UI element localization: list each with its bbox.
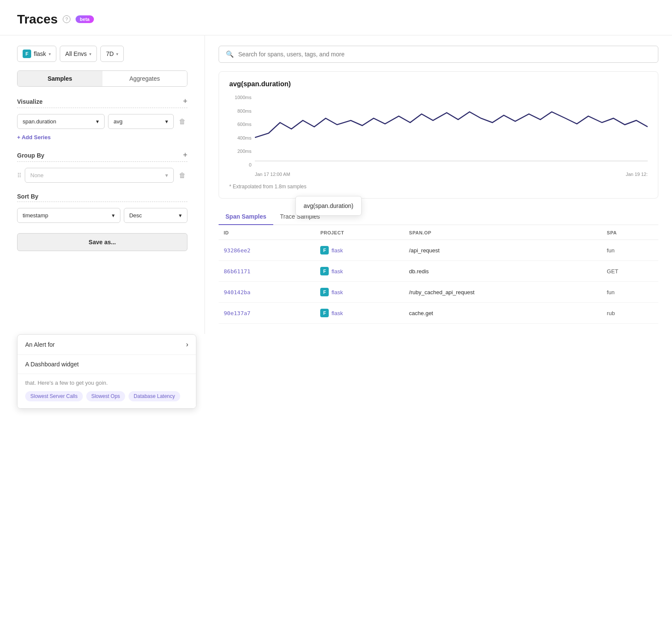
chart-svg — [255, 95, 648, 167]
table-row: 93286ee2 F flask /api_request fun — [219, 240, 658, 261]
col-project: PROJECT — [315, 225, 404, 240]
chart-note: * Extrapolated from 1.8m samples — [229, 184, 648, 190]
spans-table: ID PROJECT SPAN.OP SPA 93286ee2 F — [219, 225, 658, 324]
chart-title: avg(span.duration) — [229, 80, 648, 88]
chart-plot — [255, 95, 648, 167]
popup-dashboard-item[interactable]: A Dashboard widget — [18, 355, 196, 374]
table-row: 90e137a7 F flask cache.get rub — [219, 303, 658, 324]
x-label-start: Jan 17 12:00 AM — [255, 172, 290, 177]
beta-badge: beta — [76, 15, 94, 23]
row3-span-op: /ruby_cached_api_request — [404, 282, 602, 303]
page-header: Traces ? beta — [0, 0, 672, 35]
y-label-400: 400ms — [237, 135, 251, 140]
period-label: 7D — [106, 50, 114, 57]
delete-viz-button[interactable]: 🗑 — [177, 116, 187, 127]
sort-by-row: timestamp Desc — [17, 208, 187, 223]
row1-project: F flask — [315, 240, 404, 261]
filter-bar: F flask All Envs 7D — [17, 46, 187, 62]
drag-handle-icon[interactable]: ⠿ — [17, 172, 21, 179]
table-head: ID PROJECT SPAN.OP SPA — [219, 225, 658, 240]
row4-project-cell: F flask — [320, 309, 399, 317]
chip-database-latency[interactable]: Database Latency — [129, 391, 180, 401]
help-icon[interactable]: ? — [63, 15, 70, 23]
group-by-row: ⠿ None 🗑 — [17, 168, 187, 183]
left-panel: F flask All Envs 7D Samples Aggregates — [0, 35, 205, 334]
row3-id[interactable]: 940142ba — [219, 282, 315, 303]
search-icon: 🔍 — [226, 50, 234, 58]
row4-id[interactable]: 90e137a7 — [219, 303, 315, 324]
row2-span-op: db.redis — [404, 261, 602, 282]
visualize-add-button[interactable]: + — [183, 97, 187, 106]
function-dropdown[interactable]: avg — [108, 114, 174, 129]
tab-span-samples[interactable]: Span Samples — [219, 209, 273, 225]
y-label-1000: 1000ms — [235, 95, 251, 100]
row4-project: F flask — [315, 303, 404, 324]
sort-field-dropdown[interactable]: timestamp — [17, 208, 120, 223]
row1-project-cell: F flask — [320, 246, 399, 254]
sort-field-chevron-icon — [112, 212, 115, 219]
suggestions-text: that. Here's a few to get you goin. — [25, 379, 188, 387]
span-field-dropdown[interactable]: span.duration — [17, 114, 105, 129]
tab-aggregates[interactable]: Aggregates — [102, 71, 187, 86]
popup-alert-item[interactable]: An Alert for — [18, 335, 196, 354]
span-field-chevron-icon — [96, 118, 99, 125]
row2-flask-icon: F — [320, 267, 329, 275]
project-chevron-icon — [49, 52, 51, 56]
period-filter[interactable]: 7D — [100, 46, 124, 62]
sort-dir-chevron-icon — [179, 212, 182, 219]
y-label-800: 800ms — [237, 108, 251, 114]
env-chevron-icon — [89, 52, 91, 56]
tab-trace-samples[interactable]: Trace Samples — [273, 209, 327, 225]
main-content: F flask All Envs 7D Samples Aggregates — [0, 35, 672, 334]
col-id: ID — [219, 225, 315, 240]
table-body: 93286ee2 F flask /api_request fun — [219, 240, 658, 324]
row2-id[interactable]: 86b61171 — [219, 261, 315, 282]
project-filter[interactable]: F flask — [17, 46, 56, 62]
tab-samples[interactable]: Samples — [18, 71, 102, 86]
delete-group-button[interactable]: 🗑 — [177, 170, 187, 181]
env-filter[interactable]: All Envs — [60, 46, 97, 62]
function-chevron-icon — [165, 118, 168, 125]
row1-span-op: /api_request — [404, 240, 602, 261]
table-row: 940142ba F flask /ruby_cached_api_reques… — [219, 282, 658, 303]
row1-id[interactable]: 93286ee2 — [219, 240, 315, 261]
suggestions-section: that. Here's a few to get you goin. Slow… — [18, 374, 196, 408]
chip-slowest-ops[interactable]: Slowest Ops — [86, 391, 125, 401]
right-panel: 🔍 avg(span.duration) 1000ms 800ms 600ms … — [205, 35, 672, 334]
view-tabs: Samples Aggregates — [17, 70, 187, 87]
search-input[interactable] — [238, 51, 651, 58]
row3-spa: fun — [602, 282, 658, 303]
page-title: Traces — [17, 12, 58, 26]
sort-by-section-title: Sort By — [17, 193, 187, 202]
table-container: ID PROJECT SPAN.OP SPA 93286ee2 F — [219, 225, 658, 324]
group-by-chevron-icon — [165, 172, 168, 178]
row1-spa: fun — [602, 240, 658, 261]
save-as-button[interactable]: Save as... — [17, 233, 187, 251]
chart-x-labels: Jan 17 12:00 AM Jan 19 12: — [255, 168, 648, 180]
chart-area: 1000ms 800ms 600ms 400ms 200ms 0 — [229, 95, 648, 180]
row1-flask-icon: F — [320, 246, 329, 254]
sort-direction-dropdown[interactable]: Desc — [124, 208, 187, 223]
chip-slowest-server[interactable]: Slowest Server Calls — [25, 391, 83, 401]
save-as-popup: An Alert for A Dashboard widget that. He… — [17, 334, 196, 409]
row3-project: F flask — [315, 282, 404, 303]
group-by-section-title: Group By + — [17, 151, 187, 162]
group-by-dropdown[interactable]: None — [25, 168, 174, 183]
search-bar[interactable]: 🔍 — [219, 46, 658, 63]
row2-spa: GET — [602, 261, 658, 282]
visualize-section-title: Visualize + — [17, 97, 187, 108]
row3-flask-icon: F — [320, 288, 329, 296]
samples-tabs: Span Samples Trace Samples — [219, 209, 658, 225]
suggestions-chips: Slowest Server Calls Slowest Ops Databas… — [25, 391, 188, 401]
add-series-button[interactable]: + Add Series — [17, 134, 187, 140]
col-span-op: SPAN.OP — [404, 225, 602, 240]
col-spa: SPA — [602, 225, 658, 240]
y-label-200: 200ms — [237, 149, 251, 154]
group-by-add-button[interactable]: + — [183, 151, 187, 160]
page-wrapper: Traces ? beta F flask All Envs 7D — [0, 0, 672, 620]
table-row: 86b61171 F flask db.redis GET — [219, 261, 658, 282]
x-label-end: Jan 19 12: — [626, 172, 648, 177]
row4-flask-icon: F — [320, 309, 329, 317]
table-header-row: ID PROJECT SPAN.OP SPA — [219, 225, 658, 240]
project-label: flask — [34, 50, 46, 57]
